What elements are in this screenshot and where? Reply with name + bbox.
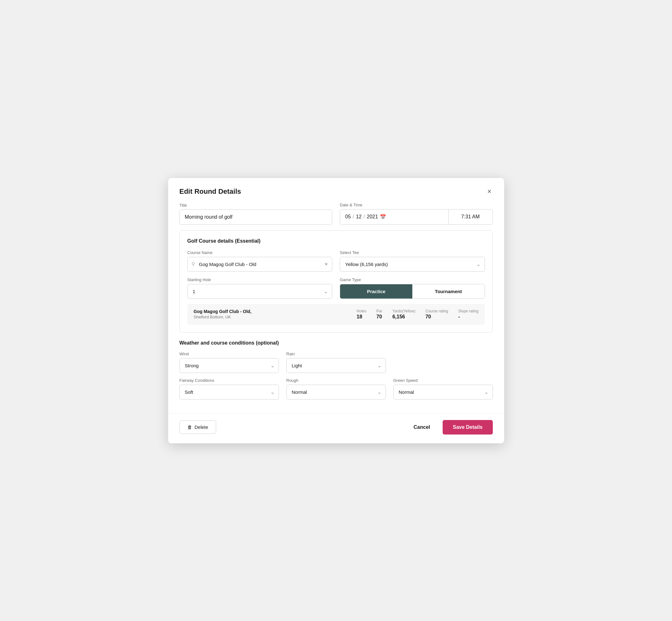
rain-select-wrap: None Light Moderate Heavy ⌄ (287, 358, 386, 373)
modal-header: Edit Round Details × (168, 178, 504, 203)
rain-label: Rain (287, 351, 386, 356)
starting-hole-label: Starting Hole (187, 277, 333, 282)
select-tee-wrap: Yellow (6,156 yards) White (6,500 yards)… (340, 257, 485, 272)
modal-title: Edit Round Details (179, 188, 241, 196)
slope-rating-stat: Slope rating - (458, 309, 478, 320)
rough-select[interactable]: Short Normal Long (287, 385, 386, 400)
date-sep-2: / (364, 214, 365, 220)
cancel-button[interactable]: Cancel (409, 421, 435, 434)
par-label: Par (376, 309, 382, 313)
yards-value: 6,156 (392, 314, 405, 320)
course-input-wrap: ⚲ ✕ (187, 257, 333, 272)
slope-rating-label: Slope rating (458, 309, 478, 313)
course-rating-label: Course rating (425, 309, 448, 313)
title-datetime-row: Title Date & Time 05 / 12 / 2021 📅 (179, 203, 493, 225)
course-name-display: Gog Magog Golf Club - Old, (194, 309, 347, 314)
golf-section-title: Golf Course details (Essential) (187, 238, 485, 244)
course-name-input[interactable] (188, 257, 332, 272)
practice-toggle[interactable]: Practice (340, 284, 412, 298)
delete-label: Delete (195, 424, 208, 430)
game-type-group: Game Type Practice Tournament (340, 277, 485, 299)
golf-course-section: Golf Course details (Essential) Course N… (179, 230, 493, 333)
rain-select[interactable]: None Light Moderate Heavy (287, 358, 386, 373)
holes-label: Holes (356, 309, 366, 313)
starting-hole-wrap: 1234 5678 910 ⌄ (187, 284, 333, 299)
holes-stat: Holes 18 (356, 309, 366, 320)
date-sep-1: / (353, 214, 354, 220)
edit-round-modal: Edit Round Details × Title Date & Time 0… (168, 178, 504, 443)
weather-section: Weather and course conditions (optional)… (179, 340, 493, 400)
course-info-name: Gog Magog Golf Club - Old, Shelford Bott… (194, 309, 347, 319)
datetime-group: Date & Time 05 / 12 / 2021 📅 (340, 203, 493, 225)
course-name-group: Course Name ⚲ ✕ (187, 250, 333, 272)
wind-select[interactable]: Calm Light Moderate Strong (179, 358, 279, 373)
wind-label: Wind (179, 351, 279, 356)
footer-right: Cancel Save Details (409, 420, 493, 434)
course-tee-row: Course Name ⚲ ✕ Select Tee Yellow (6,156… (187, 250, 485, 272)
calendar-icon: 📅 (380, 214, 386, 220)
title-input[interactable] (179, 210, 333, 225)
yards-label: Yards(Yellow) (392, 309, 416, 313)
rough-select-wrap: Short Normal Long ⌄ (287, 385, 386, 400)
select-tee-label: Select Tee (340, 250, 485, 255)
rain-spacer (393, 351, 493, 373)
tournament-toggle[interactable]: Tournament (412, 284, 485, 298)
search-icon: ⚲ (192, 261, 195, 267)
wind-group: Wind Calm Light Moderate Strong ⌄ (179, 351, 279, 373)
slope-rating-value: - (458, 314, 460, 320)
trash-icon: 🗑 (187, 424, 192, 430)
course-rating-value: 70 (425, 314, 431, 320)
fairway-select-wrap: Dry Normal Soft Wet ⌄ (179, 385, 279, 400)
rough-label: Rough (287, 378, 386, 383)
save-button[interactable]: Save Details (443, 420, 493, 434)
starting-hole-group: Starting Hole 1234 5678 910 ⌄ (187, 277, 333, 299)
time-input[interactable] (448, 210, 493, 224)
rain-group: Rain None Light Moderate Heavy ⌄ (287, 351, 386, 373)
datetime-row: 05 / 12 / 2021 📅 (340, 209, 493, 225)
rough-group: Rough Short Normal Long ⌄ (287, 378, 386, 400)
select-tee-input[interactable]: Yellow (6,156 yards) White (6,500 yards)… (340, 257, 485, 272)
fairway-rough-green-row: Fairway Conditions Dry Normal Soft Wet ⌄… (179, 378, 493, 400)
date-year: 2021 (367, 214, 378, 220)
course-info-row: Gog Magog Golf Club - Old, Shelford Bott… (187, 304, 485, 325)
green-speed-label: Green Speed (393, 378, 493, 383)
title-label: Title (179, 203, 333, 208)
datetime-label: Date & Time (340, 203, 493, 207)
modal-footer: 🗑 Delete Cancel Save Details (168, 413, 504, 443)
green-speed-select[interactable]: Slow Normal Fast (393, 385, 493, 400)
course-location-display: Shelford Bottom, UK (194, 315, 347, 319)
green-speed-select-wrap: Slow Normal Fast ⌄ (393, 385, 493, 400)
yards-stat: Yards(Yellow) 6,156 (392, 309, 416, 320)
fairway-group: Fairway Conditions Dry Normal Soft Wet ⌄ (179, 378, 279, 400)
wind-select-wrap: Calm Light Moderate Strong ⌄ (179, 358, 279, 373)
select-tee-group: Select Tee Yellow (6,156 yards) White (6… (340, 250, 485, 272)
fairway-label: Fairway Conditions (179, 378, 279, 383)
course-name-label: Course Name (187, 250, 333, 255)
game-type-toggle: Practice Tournament (340, 284, 485, 299)
date-day: 12 (356, 214, 362, 220)
green-speed-group: Green Speed Slow Normal Fast ⌄ (393, 378, 493, 400)
date-month: 05 (345, 214, 351, 220)
close-button[interactable]: × (486, 187, 493, 196)
title-group: Title (179, 203, 333, 225)
weather-section-title: Weather and course conditions (optional) (179, 340, 493, 346)
clear-icon[interactable]: ✕ (324, 261, 328, 266)
course-rating-stat: Course rating 70 (425, 309, 448, 320)
holes-value: 18 (356, 314, 362, 320)
modal-body: Title Date & Time 05 / 12 / 2021 📅 (168, 203, 504, 411)
wind-rain-row: Wind Calm Light Moderate Strong ⌄ Rain (179, 351, 493, 373)
date-display[interactable]: 05 / 12 / 2021 📅 (340, 210, 448, 224)
fairway-select[interactable]: Dry Normal Soft Wet (179, 385, 279, 400)
par-value: 70 (376, 314, 382, 320)
hole-gametype-row: Starting Hole 1234 5678 910 ⌄ Game Type … (187, 277, 485, 299)
delete-button[interactable]: 🗑 Delete (179, 420, 216, 434)
game-type-label: Game Type (340, 277, 485, 282)
par-stat: Par 70 (376, 309, 382, 320)
starting-hole-select[interactable]: 1234 5678 910 (187, 284, 333, 299)
